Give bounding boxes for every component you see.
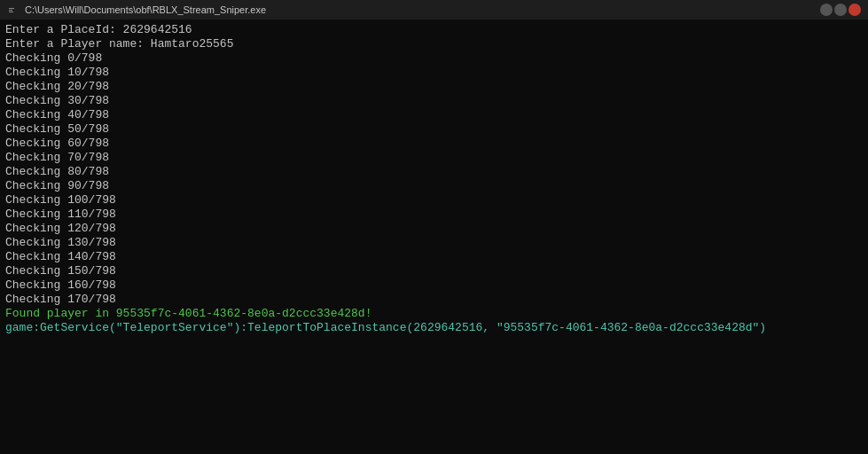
console-line: Checking 70/798: [5, 151, 863, 165]
console-line: Checking 90/798: [5, 179, 863, 193]
title-bar-controls: [820, 4, 861, 16]
console-line: Checking 30/798: [5, 94, 863, 108]
console-line: Checking 60/798: [5, 137, 863, 151]
console-line: Enter a Player name: Hamtaro25565: [5, 37, 863, 51]
svg-rect-2: [9, 10, 12, 11]
console-line: game:GetService("TeleportService"):Telep…: [5, 321, 863, 335]
console-line: Checking 130/798: [5, 236, 863, 250]
console-line: Checking 100/798: [5, 193, 863, 207]
console-line: Checking 0/798: [5, 51, 863, 66]
console-line: Checking 170/798: [5, 293, 863, 307]
console-line: Checking 140/798: [5, 250, 863, 264]
console-line: Checking 20/798: [5, 80, 863, 94]
console-line: Checking 40/798: [5, 108, 863, 122]
console-line: Checking 160/798: [5, 278, 863, 293]
console-line: Enter a PlaceId: 2629642516: [5, 23, 863, 37]
console-output: Enter a PlaceId: 2629642516Enter a Playe…: [0, 20, 868, 454]
console-line: Checking 120/798: [5, 222, 863, 236]
console-line: Checking 10/798: [5, 66, 863, 80]
console-line: Checking 80/798: [5, 165, 863, 179]
maximize-button[interactable]: [834, 4, 847, 16]
svg-rect-3: [9, 12, 13, 12]
title-bar: C:\Users\Will\Documents\obf\RBLX_Stream_…: [0, 0, 868, 20]
close-button[interactable]: [848, 4, 861, 16]
minimize-button[interactable]: [820, 4, 833, 16]
title-bar-text: C:\Users\Will\Documents\obf\RBLX_Stream_…: [25, 4, 820, 15]
console-line: Found player in 95535f7c-4061-4362-8e0a-…: [5, 307, 863, 321]
console-line: Checking 110/798: [5, 207, 863, 222]
console-icon: [7, 4, 20, 16]
console-line: Checking 50/798: [5, 122, 863, 137]
svg-rect-1: [9, 8, 14, 9]
console-line: Checking 150/798: [5, 264, 863, 278]
